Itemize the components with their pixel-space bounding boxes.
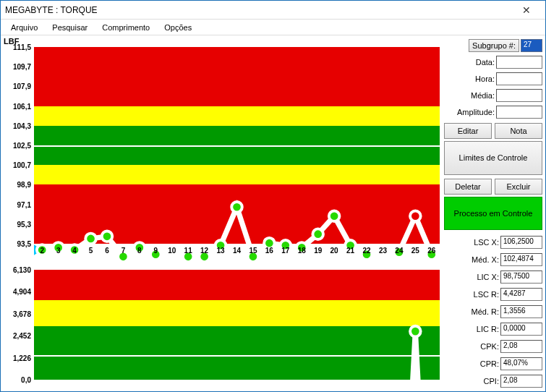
media-label: Média: <box>471 91 495 100</box>
stats-group: LSC X:106,2500 Méd. X:102,4874 LIC X:98,… <box>444 235 542 388</box>
xbar-plot-area[interactable]: 2345678910111213141516171819202122232425… <box>34 43 440 260</box>
data-input[interactable] <box>496 56 542 69</box>
menu-pesquisar[interactable]: Pesquisar <box>45 21 95 34</box>
cpi-label: CPI: <box>484 377 499 385</box>
cpi-value[interactable]: 2,08 <box>500 375 542 388</box>
medr-value[interactable]: 1,3556 <box>500 305 542 318</box>
deletar-button[interactable]: Deletar <box>444 179 492 195</box>
menubar: Arquivo Pesquisar Comprimento Opções <box>1 20 545 35</box>
cpr-value[interactable]: 48,07% <box>500 357 542 370</box>
data-label: Data: <box>476 58 495 67</box>
hora-row: Hora: <box>444 72 542 86</box>
svg-point-13 <box>231 202 242 213</box>
editar-button[interactable]: Editar <box>444 123 492 139</box>
amplitude-label: Amplitude: <box>457 108 495 116</box>
svg-point-19 <box>329 210 340 221</box>
main: LBF 111,5109,7107,9106,1104,3102,5100,79… <box>1 35 545 391</box>
limites-button[interactable]: Limites de Controle <box>444 141 542 175</box>
menu-arquivo[interactable]: Arquivo <box>4 21 45 34</box>
xbar-chart: 111,5109,7107,9106,1104,3102,5100,798,99… <box>4 43 440 260</box>
subgrupo-input[interactable]: 27 <box>521 39 542 52</box>
svg-point-4 <box>85 234 96 244</box>
hora-input[interactable] <box>496 72 542 85</box>
amplitude-input[interactable] <box>496 106 542 119</box>
lscx-label: LSC X: <box>474 238 499 247</box>
licx-label: LIC X: <box>477 273 499 281</box>
svg-point-50 <box>410 326 421 337</box>
medx-value[interactable]: 102,4874 <box>500 253 542 266</box>
xbar-x-axis: 2345678910111213141516171819202122232425… <box>34 247 440 260</box>
lscx-value[interactable]: 106,2500 <box>500 236 542 249</box>
window-title: MEGABYTE : TORQUE <box>5 5 512 15</box>
lscr-label: LSC R: <box>474 290 499 299</box>
cpk-value[interactable]: 2,08 <box>500 340 542 353</box>
cpr-label: CPR: <box>480 359 499 368</box>
menu-opcoes[interactable]: Opções <box>157 21 199 34</box>
processo-button[interactable]: Processo em Controle <box>444 197 542 231</box>
licr-value[interactable]: 0,0000 <box>500 323 542 336</box>
lscr-value[interactable]: 4,4287 <box>500 288 542 301</box>
svg-point-5 <box>102 231 113 242</box>
close-button[interactable]: ✕ <box>512 3 541 17</box>
amplitude-row: Amplitude: <box>444 105 542 119</box>
nota-button[interactable]: Nota <box>495 123 542 139</box>
svg-point-18 <box>312 229 323 239</box>
medx-label: Méd. X: <box>472 255 499 264</box>
side-panel: Subgrupo #: 27 Data: Hora: Média: Amplit… <box>441 35 545 391</box>
medr-label: Méd. R: <box>471 307 499 316</box>
media-row: Média: <box>444 88 542 103</box>
menu-comprimento[interactable]: Comprimento <box>95 21 157 34</box>
titlebar: MEGABYTE : TORQUE ✕ <box>1 1 545 20</box>
subgrupo-label[interactable]: Subgrupo #: <box>469 39 519 52</box>
range-y-axis: 6,1304,9043,6782,4521,2260,0 <box>4 267 34 383</box>
range-chart: 6,1304,9043,6782,4521,2260,0 <box>4 267 440 383</box>
range-plot-area[interactable] <box>34 267 440 383</box>
excluir-button[interactable]: Excluir <box>495 179 542 195</box>
hora-label: Hora: <box>475 74 495 83</box>
subgrupo-row: Subgrupo #: 27 <box>444 38 542 53</box>
cpk-label: CPK: <box>480 342 499 351</box>
licr-label: LIC R: <box>477 325 499 333</box>
media-input[interactable] <box>496 89 542 102</box>
charts-panel: LBF 111,5109,7107,9106,1104,3102,5100,79… <box>1 35 441 391</box>
svg-point-24 <box>410 210 421 221</box>
data-row: Data: <box>444 55 542 69</box>
xbar-y-axis: 111,5109,7107,9106,1104,3102,5100,798,99… <box>4 43 34 260</box>
licx-value[interactable]: 98,7500 <box>500 270 542 284</box>
